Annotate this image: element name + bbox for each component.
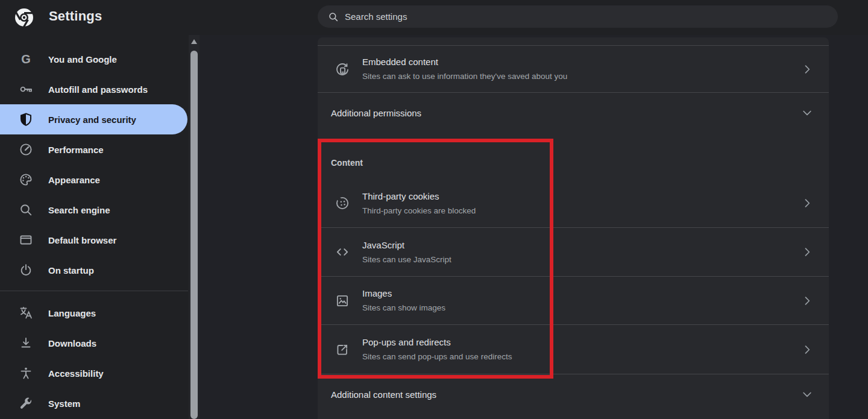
header-bar: Settings (0, 0, 868, 35)
chevron-right-icon (801, 344, 813, 356)
sidebar-item-languages[interactable]: Languages (0, 298, 187, 328)
row-images[interactable]: Images Sites can show images (318, 277, 829, 324)
row-subtitle: Sites can send pop-ups and use redirects (362, 351, 512, 362)
row-subtitle: Sites can show images (362, 302, 445, 313)
palette-icon (18, 172, 34, 187)
row-third-party-cookies[interactable]: Third-party cookies Third-party cookies … (318, 179, 829, 227)
wrench-icon (18, 395, 34, 411)
scrollbar-thumb[interactable] (190, 51, 198, 419)
row-javascript[interactable]: JavaScript Sites can use JavaScript (318, 228, 829, 276)
sidebar-divider (0, 291, 188, 291)
code-brackets-icon (335, 244, 350, 260)
sidebar-item-search-engine[interactable]: Search engine (0, 195, 187, 225)
speedometer-icon (18, 142, 34, 157)
sidebar-item-downloads[interactable]: Downloads (0, 328, 187, 358)
search-icon (328, 11, 339, 22)
sidebar-item-on-startup[interactable]: On startup (0, 255, 187, 285)
chevron-right-icon (801, 197, 813, 209)
row-subtitle: Sites can ask to use information they've… (362, 71, 567, 82)
chevron-right-icon (801, 246, 813, 258)
chevron-right-icon (801, 295, 813, 307)
magnifier-icon (18, 202, 34, 218)
popup-redirect-icon (335, 342, 350, 358)
translate-icon (18, 305, 34, 321)
search-input[interactable] (345, 11, 791, 22)
chrome-settings-page: Settings G You and Google Autofill and p… (0, 0, 868, 419)
row-title: JavaScript (362, 239, 451, 251)
chevron-down-icon (801, 107, 813, 119)
image-icon (335, 293, 350, 309)
chevron-right-icon (801, 63, 813, 75)
row-embedded-content[interactable]: Embedded content Sites can ask to use in… (318, 46, 829, 92)
scrollbar-up-arrow-icon[interactable] (191, 39, 197, 44)
sidebar-nav: G You and Google Autofill and passwords … (0, 35, 188, 419)
sidebar-item-privacy-and-security[interactable]: Privacy and security (0, 104, 187, 134)
row-title: Embedded content (362, 56, 567, 68)
browser-window-icon (18, 232, 34, 248)
row-subtitle: Third-party cookies are blocked (362, 205, 476, 216)
sidebar-item-performance[interactable]: Performance (0, 134, 187, 165)
cookie-icon (335, 195, 350, 211)
row-subtitle: Sites can use JavaScript (362, 254, 451, 265)
sidebar-item-accessibility[interactable]: Accessibility (0, 358, 187, 388)
power-icon (18, 262, 34, 278)
sidebar-item-you-and-google[interactable]: G You and Google (0, 44, 187, 74)
sidebar-item-autofill[interactable]: Autofill and passwords (0, 74, 187, 104)
scrollbar-track[interactable] (189, 35, 200, 419)
row-title: Images (362, 288, 445, 300)
accessibility-icon (18, 365, 34, 381)
sidebar-item-appearance[interactable]: Appearance (0, 165, 187, 195)
row-title: Pop-ups and redirects (362, 336, 512, 348)
search-bar[interactable] (318, 5, 838, 28)
row-additional-content-settings[interactable]: Additional content settings (318, 374, 829, 414)
row-popups-redirects[interactable]: Pop-ups and redirects Sites can send pop… (318, 325, 829, 374)
google-g-icon: G (18, 51, 34, 67)
page-title: Settings (49, 8, 102, 24)
download-icon (18, 335, 34, 351)
chrome-logo-icon (14, 8, 34, 27)
key-icon (18, 81, 34, 97)
clipped-row (318, 37, 829, 45)
row-title: Third-party cookies (362, 191, 476, 203)
site-settings-card: Embedded content Sites can ask to use in… (318, 37, 829, 419)
chevron-down-icon (801, 388, 813, 400)
row-additional-permissions[interactable]: Additional permissions (318, 93, 829, 133)
section-header-content: Content (318, 133, 829, 179)
sidebar-item-default-browser[interactable]: Default browser (0, 225, 187, 255)
embedded-content-icon (335, 61, 350, 77)
shield-icon (18, 112, 34, 127)
sidebar-item-system[interactable]: System (0, 388, 187, 418)
